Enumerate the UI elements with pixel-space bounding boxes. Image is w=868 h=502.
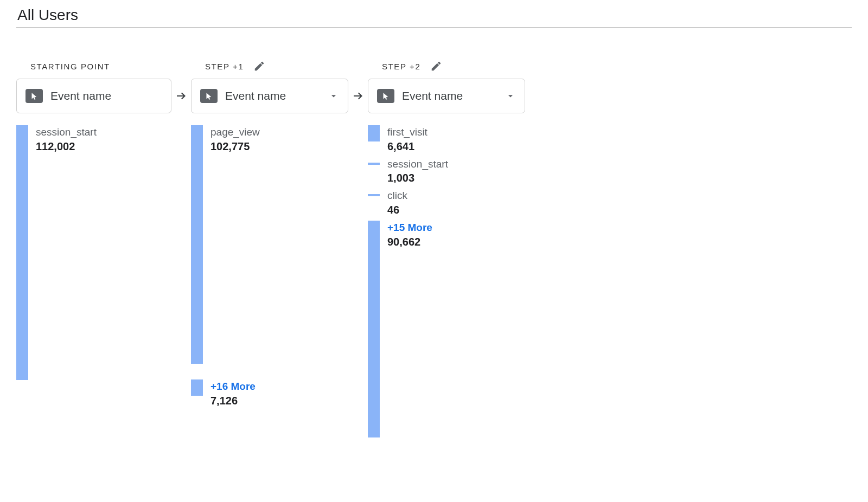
step-header-1: STEP +1 xyxy=(191,54,348,79)
dimension-label: Event name xyxy=(402,89,502,102)
node-bar xyxy=(368,163,380,165)
dimension-label: Event name xyxy=(225,89,325,102)
node-bar xyxy=(368,194,380,196)
dimension-selector-step2[interactable]: Event name xyxy=(368,79,525,113)
step-label-1: STEP +1 xyxy=(205,62,244,71)
node-step1-more[interactable]: +16 More 7,126 xyxy=(191,379,348,408)
column-step2: STEP +2 Event name first_visit 6,641 xyxy=(368,54,525,441)
chevron-down-icon xyxy=(505,91,516,101)
node-value: 6,641 xyxy=(387,139,427,154)
node-value: 112,002 xyxy=(36,139,97,154)
node-more-label: +15 More xyxy=(387,221,432,235)
arrow-right-icon xyxy=(175,89,188,102)
page-title: All Users xyxy=(17,7,852,24)
node-session-start-2[interactable]: session_start 1,003 xyxy=(368,157,525,186)
node-bar xyxy=(368,125,380,141)
node-value: 1,003 xyxy=(387,171,448,185)
node-session-start[interactable]: session_start 112,002 xyxy=(16,125,171,380)
column-step1: STEP +1 Event name page_view 102,775 xyxy=(191,54,348,411)
pencil-icon[interactable] xyxy=(253,60,265,72)
step-label-start: STARTING POINT xyxy=(30,62,110,71)
column-start: STARTING POINT Event name session_start … xyxy=(16,54,171,383)
node-name: page_view xyxy=(210,125,260,139)
arrow-start-to-step1 xyxy=(171,79,191,113)
arrow-step1-to-step2 xyxy=(348,79,368,113)
node-value: 102,775 xyxy=(210,139,260,154)
cursor-icon xyxy=(25,89,43,103)
node-step2-more[interactable]: +15 More 90,662 xyxy=(368,221,525,437)
node-value: 90,662 xyxy=(387,235,432,249)
node-name: first_visit xyxy=(387,125,427,139)
node-bar xyxy=(191,125,203,364)
dimension-selector-step1[interactable]: Event name xyxy=(191,79,348,113)
step-header-2: STEP +2 xyxy=(368,54,525,79)
node-more-label: +16 More xyxy=(210,379,256,394)
node-click[interactable]: click 46 xyxy=(368,189,525,217)
cursor-icon xyxy=(200,89,218,103)
step-label-2: STEP +2 xyxy=(382,62,420,71)
node-page-view[interactable]: page_view 102,775 xyxy=(191,125,348,364)
pencil-icon[interactable] xyxy=(430,60,442,72)
dimension-selector-start[interactable]: Event name xyxy=(16,79,171,113)
node-name: session_start xyxy=(387,157,448,171)
step-header-start: STARTING POINT xyxy=(16,54,171,79)
title-divider xyxy=(16,27,852,28)
node-name: click xyxy=(387,189,407,203)
arrow-right-icon xyxy=(352,89,365,102)
chevron-down-icon xyxy=(328,91,339,101)
node-bar xyxy=(16,125,28,380)
node-value: 46 xyxy=(387,203,407,217)
node-bar xyxy=(368,221,380,437)
node-value: 7,126 xyxy=(210,394,256,408)
path-columns: STARTING POINT Event name session_start … xyxy=(16,54,852,441)
cursor-icon xyxy=(377,89,394,103)
dimension-label: Event name xyxy=(50,89,162,102)
node-bar xyxy=(191,379,203,396)
node-name: session_start xyxy=(36,125,97,139)
node-first-visit[interactable]: first_visit 6,641 xyxy=(368,125,525,154)
